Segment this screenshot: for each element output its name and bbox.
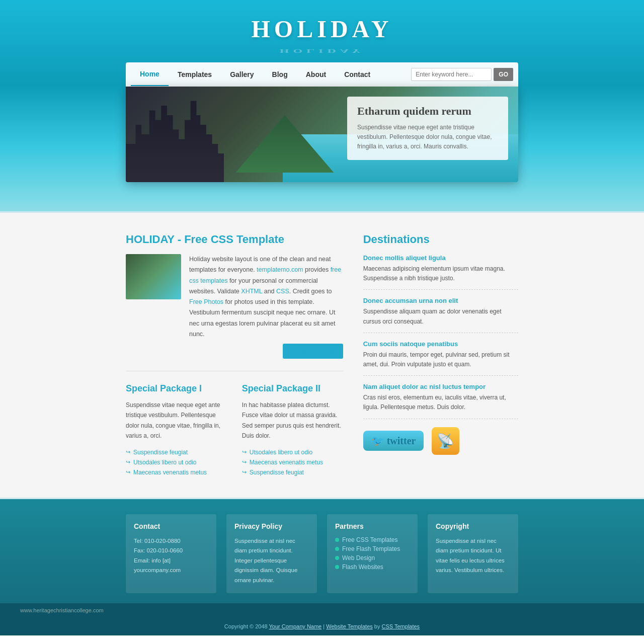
photos-link[interactable]: Free Photos [189,298,223,305]
nav-templates[interactable]: Templates [169,63,221,86]
package2-list: Utsodales libero ut odio Maecenas venena… [242,447,343,477]
footer-privacy-text: Suspendisse at nisl nec diam pretium tin… [234,536,309,586]
packages: Special Package I Suspendisse vitae nequ… [126,383,343,477]
package1-title: Special Package I [126,383,227,394]
social-icons: 🐦 twitter 📡 [363,427,518,455]
dest1-title[interactable]: Donec mollis aliquet ligula [363,254,518,262]
sidebar: Destinations Donec mollis aliquet ligula… [363,233,518,477]
list-item: Utsodales libero ut odio [126,457,227,467]
partner-dot-3 [335,556,339,560]
xhtml-link[interactable]: XHTML [241,288,262,295]
package1-list: Suspendisse feugiat Utsodales libero ut … [126,447,227,477]
footer-partners: Partners Free CSS Templates Free Flash T… [327,514,418,594]
list-item: Suspendisse feugiat [126,447,227,457]
footer-partners-title: Partners [335,522,410,530]
destination-1: Donec mollis aliquet ligula Maecenas adi… [363,254,518,290]
partner-css-label: Free CSS Templates [342,536,398,543]
partner-dot-4 [335,565,339,569]
package-1: Special Package I Suspendisse vitae nequ… [126,383,227,477]
nav-gallery[interactable]: Gallery [221,63,263,86]
main-content: HOLIDAY - Free CSS Template Holiday webs… [126,233,343,477]
footer-copyright-text: Suspendisse at nisl nec diam pretium tin… [436,536,510,576]
main-title: HOLIDAY - Free CSS Template [126,233,343,246]
hero-container: Etharum quidem rerum Suspendisse vitae n… [126,87,518,182]
footer-contact-tel: Tel: 010-020-0880 [134,536,208,546]
read-more-button[interactable]: ↪ READ MORE [283,344,343,359]
dest2-text: Suspendisse aliquam quam ac dolor venena… [363,307,518,326]
footer-watermark: www.heritagechristiancollege.com [0,603,644,617]
footer-contact-email: Email: info [at] yourcompany.com [134,556,208,576]
dest4-text: Cras nisl eros, elementum eu, iaculis vi… [363,393,518,412]
partner-css-link[interactable]: Free CSS Templates [335,536,410,543]
content-block: Holiday website layout is one of the cle… [126,254,343,359]
package2-title: Special Package II [242,383,343,394]
package2-text: In hac habitasse platea dictumst. Fusce … [242,400,343,441]
content-text: Holiday website layout is one of the cle… [189,254,343,359]
footer-copyright-title: Copyright [436,522,510,530]
footer-contact-fax: Fax: 020-010-0660 [134,546,208,556]
sidebar-title: Destinations [363,233,518,246]
nav-home[interactable]: Home [131,63,169,86]
partner-flash-websites-link[interactable]: Flash Websites [335,564,410,571]
nav-bar: Home Templates Gallery Blog About Contac… [126,62,518,87]
dest1-text: Maecenas adipiscing elementum ipsum vita… [363,264,518,283]
dest4-title[interactable]: Nam aliquet dolor ac nisl luctus tempor [363,383,518,390]
footer: Contact Tel: 010-020-0880 Fax: 020-010-0… [0,499,644,636]
hero-title: Etharum quidem rerum [357,105,498,118]
partner-dot-1 [335,538,339,542]
rss-link[interactable]: 📡 [432,427,459,455]
list-item: Maecenas venenatis metus [126,467,227,477]
twitter-link[interactable]: 🐦 twitter [363,431,424,451]
footer-contact: Contact Tel: 010-020-0880 Fax: 020-010-0… [126,514,216,594]
hero-overlay: Etharum quidem rerum Suspendisse vitae n… [347,97,508,160]
site-title: HOLIDAY [0,0,644,53]
partner-webdesign-label: Web Design [342,554,375,561]
read-more-label: READ MORE [299,348,336,355]
dest3-title[interactable]: Cum sociis natoque penatibus [363,340,518,348]
partner-dot-2 [335,547,339,551]
website-templates-link[interactable]: Website Templates [326,623,373,629]
partner-flash-websites-label: Flash Websites [342,564,383,571]
list-item: Utsodales libero ut odio [242,447,343,457]
copyright-text: Copyright © 2048 [224,623,268,629]
content-divider [126,371,343,371]
twitter-label: twitter [387,435,416,447]
footer-privacy: Privacy Policy Suspendisse at nisl nec d… [226,514,317,594]
nav-links: Home Templates Gallery Blog About Contac… [131,63,411,86]
rss-icon-symbol: 📡 [437,433,454,449]
destination-2: Donec accumsan urna non elit Suspendisse… [363,297,518,333]
footer-bottom: Copyright © 2048 Your Company Name | Web… [0,617,644,635]
dest2-title[interactable]: Donec accumsan urna non elit [363,297,518,304]
nav-blog[interactable]: Blog [263,63,297,86]
partner-flash-link[interactable]: Free Flash Templates [335,545,410,552]
footer-privacy-title: Privacy Policy [234,522,309,530]
partner-webdesign-link[interactable]: Web Design [335,554,410,561]
destination-4: Nam aliquet dolor ac nisl luctus tempor … [363,383,518,419]
search-button[interactable]: GO [494,68,513,81]
templatemo-link[interactable]: templatemo.com [257,266,303,273]
css-templates-link[interactable]: CSS Templates [382,623,420,629]
twitter-bird-icon: 🐦 [371,435,384,447]
css-link2[interactable]: CSS [276,288,289,295]
footer-contact-title: Contact [134,522,208,530]
package-2: Special Package II In hac habitasse plat… [242,383,343,477]
footer-inner: Contact Tel: 010-020-0880 Fax: 020-010-0… [126,514,518,604]
company-link[interactable]: Your Company Name [269,623,321,629]
nav-about[interactable]: About [297,63,335,86]
content-thumbnail [126,254,181,299]
footer-copyright: Copyright Suspendisse at nisl nec diam p… [428,514,518,594]
destination-3: Cum sociis natoque penatibus Proin dui m… [363,340,518,376]
hero-description: Suspendisse vitae neque eget ante tristi… [357,123,498,152]
partner-flash-label: Free Flash Templates [342,545,400,552]
search-input[interactable] [411,68,492,81]
list-item: Suspendisse feugiat [242,467,343,477]
package1-text: Suspendisse vitae neque eget ante tristi… [126,400,227,441]
list-item: Maecenas venenatis metus [242,457,343,467]
middle-section: HOLIDAY - Free CSS Template Holiday webs… [0,211,644,499]
middle-inner: HOLIDAY - Free CSS Template Holiday webs… [126,233,518,477]
dest3-text: Proin dui mauris, tempor eget, pulvinar … [363,350,518,369]
site-title-reflection: HOLIDAY [0,48,644,53]
by-text: by [374,623,382,629]
read-more-icon: ↪ [290,347,296,355]
nav-contact[interactable]: Contact [335,63,379,86]
